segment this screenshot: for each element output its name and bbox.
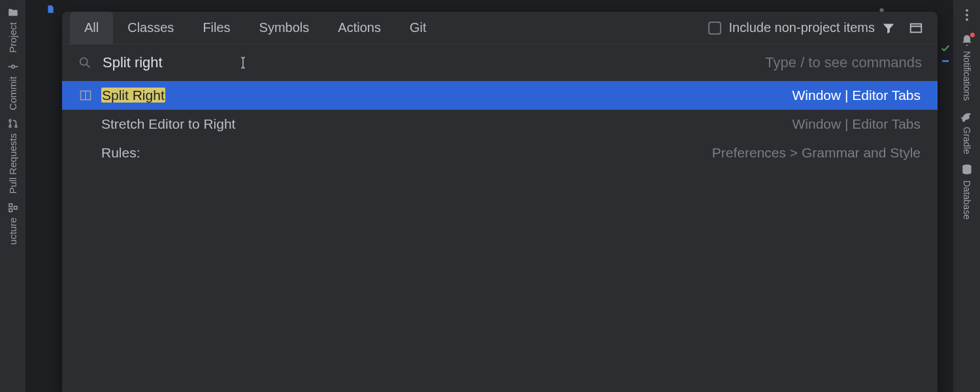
search-everywhere-popup: All Classes Files Symbols Actions Git In… [62,12,938,392]
tool-structure-label: ucture [7,218,18,245]
blank-icon [79,118,92,131]
svg-rect-4 [9,204,12,207]
editor-gutter [937,0,953,392]
gradle-icon [960,110,973,123]
search-row: Type / to see commands [62,44,938,81]
right-tool-rail: Notifications Gradle Database [953,0,980,392]
svg-rect-5 [9,208,12,212]
tool-database[interactable]: Database [960,163,973,220]
notification-dot [970,33,975,37]
result-split-right[interactable]: Split Right Window | Editor Tabs [62,81,938,110]
search-input[interactable] [103,54,220,71]
commit-icon [7,61,19,73]
popup-empty-area [62,167,938,392]
pull-request-icon [7,118,19,129]
svg-point-2 [9,125,11,127]
search-icon [78,56,92,70]
result-rules[interactable]: Rules: Preferences > Grammar and Style [62,139,938,167]
more-options-button[interactable] [966,5,968,25]
svg-rect-7 [911,24,922,32]
check-icon [940,43,951,54]
editor-tab[interactable] [46,5,55,14]
notifications-label: Notifications [962,51,972,101]
result-stretch-editor[interactable]: Stretch Editor to Right Window | Editor … [62,110,938,139]
split-right-icon [79,89,92,102]
include-checkbox[interactable] [708,22,721,35]
tool-gradle[interactable]: Gradle [960,110,973,154]
tool-commit[interactable]: Commit [7,61,19,110]
result-path: Preferences > Grammar and Style [712,145,921,161]
folder-icon [7,7,19,18]
tab-git[interactable]: Git [395,12,441,44]
database-icon [960,163,973,176]
text-cursor-icon [236,53,250,73]
blank-icon [79,146,92,159]
gradle-label: Gradle [962,127,972,154]
search-hint: Type / to see commands [765,54,922,71]
svg-point-3 [15,125,17,127]
left-tool-rail: Project Commit Pull Requests ucture [0,0,26,392]
svg-rect-6 [14,206,17,210]
tool-structure[interactable]: ucture [7,202,19,245]
open-in-window-button[interactable] [907,20,924,37]
tab-symbols[interactable]: Symbols [245,12,324,44]
filter-button[interactable] [880,20,897,37]
svg-point-8 [80,58,88,65]
svg-point-0 [11,65,14,68]
tab-all[interactable]: All [70,12,113,44]
tool-project[interactable]: Project [7,7,19,53]
tool-notifications[interactable]: Notifications [960,34,973,101]
filter-icon [881,21,896,35]
include-label: Include non-project items [729,20,875,35]
editor-area: ● All Classes Files Symbols Actions Git … [26,0,937,392]
search-tabs: All Classes Files Symbols Actions Git In… [62,12,938,44]
window-icon [909,21,923,35]
result-label: Split Right [101,88,165,103]
include-non-project[interactable]: Include non-project items [708,20,875,35]
tab-files[interactable]: Files [188,12,244,44]
tool-pull-requests[interactable]: Pull Requests [7,118,19,194]
result-label: Stretch Editor to Right [101,116,235,132]
structure-icon [7,202,19,214]
tool-commit-label: Commit [7,76,18,110]
tab-actions[interactable]: Actions [323,12,395,44]
tab-classes[interactable]: Classes [113,12,188,44]
results-list: Split Right Window | Editor Tabs Stretch… [62,81,938,167]
warning-marker[interactable] [942,60,949,62]
database-label: Database [962,180,972,220]
result-path: Window | Editor Tabs [792,116,921,132]
file-icon [46,5,55,14]
tool-project-label: Project [7,22,18,53]
tool-pull-label: Pull Requests [7,133,18,194]
result-path: Window | Editor Tabs [792,88,921,103]
result-label: Rules: [101,145,140,161]
svg-point-1 [9,120,11,122]
